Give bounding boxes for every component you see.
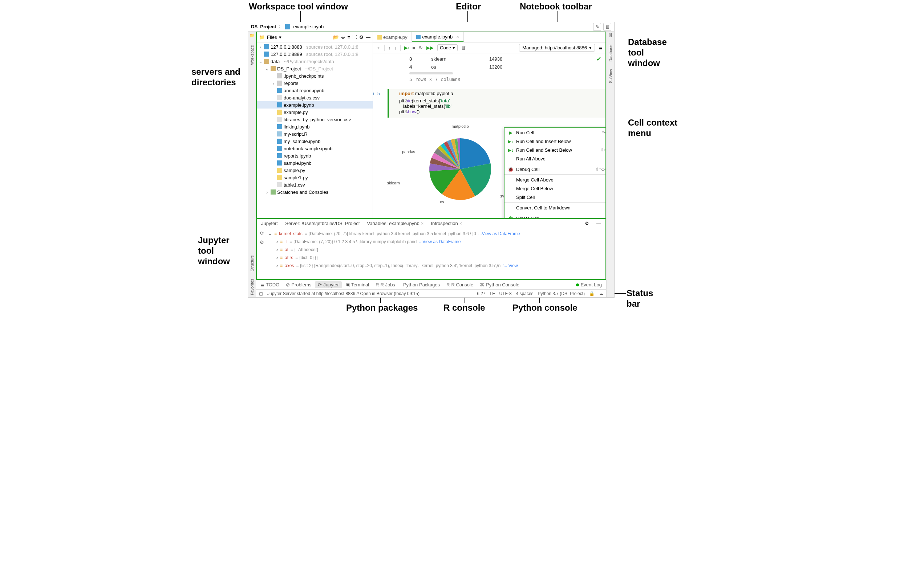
tree-node[interactable]: linking.ipynb <box>257 123 373 130</box>
edit-config-icon[interactable]: ✎ <box>593 23 601 31</box>
target-icon[interactable]: ⊕ <box>341 35 345 40</box>
context-menu-item[interactable]: 🗑Delete Cell <box>505 214 606 218</box>
caret-pos[interactable]: 6:27 <box>477 291 485 296</box>
chevron-right-icon: 〉 <box>278 24 283 30</box>
gear-icon[interactable]: ⚙ <box>585 221 589 226</box>
move-up-button[interactable]: ↑ <box>388 45 391 51</box>
editor-area: example.pyexample.ipynb× ＋ ↑ ↓ ▶I ■ ↻ ▶▶ <box>373 32 606 218</box>
context-menu-item[interactable]: 🐞Debug Cell⇧⌥↩ <box>505 165 606 173</box>
interpreter[interactable]: Python 3.7 (DS_Project) <box>538 291 585 296</box>
settings-icon[interactable]: ⚙ <box>260 240 264 245</box>
tree-node[interactable]: sample.ipynb <box>257 159 373 166</box>
breadcrumb-file[interactable]: example.ipynb <box>293 24 323 30</box>
add-cell-button[interactable]: ＋ <box>376 44 381 51</box>
add-server-icon[interactable]: 📂 <box>333 35 339 40</box>
tool-window-button[interactable]: ≣TODO <box>257 281 282 288</box>
tree-node[interactable]: .ipynb_checkpoints <box>257 72 373 79</box>
tool-window-button[interactable]: Event Log <box>573 281 605 288</box>
line-sep[interactable]: LF <box>490 291 495 296</box>
breadcrumb-root[interactable]: DS_Project <box>251 24 276 30</box>
trash-icon[interactable]: 🗑 <box>603 23 611 31</box>
folder-icon[interactable]: 📁 <box>249 33 255 38</box>
run-all-button[interactable]: ▶▶ <box>426 45 434 51</box>
editor-tab[interactable]: example.ipynb× <box>412 32 464 42</box>
hide-icon[interactable]: — <box>596 221 601 226</box>
hat-icon[interactable]: ☁ <box>599 291 603 296</box>
tree-node[interactable]: sample.py <box>257 166 373 174</box>
jupyter-vars-tab[interactable]: Variables: example.ipynb × <box>367 221 424 226</box>
restart-button[interactable]: ↻ <box>419 45 423 51</box>
context-menu-item[interactable]: ▶Run Cell^↩ <box>505 128 606 137</box>
jupyter-introspection[interactable]: Introspection × <box>431 221 462 226</box>
database-icon[interactable]: 🗄 <box>608 33 612 37</box>
code-cell[interactable]: In 5 1import matplotlib.pyplot a2plt.pie… <box>388 89 606 118</box>
bottom-tool-strip: ≣TODO⊘Problems⟳Jupyter▣TerminalRR JobsPy… <box>256 280 606 289</box>
context-menu-item[interactable]: Split Cell <box>505 193 606 201</box>
tool-window-button[interactable]: ⊘Problems <box>283 281 314 288</box>
tool-window-button[interactable]: Python Packages <box>399 281 443 288</box>
svg-text:pandas: pandas <box>402 150 416 154</box>
refresh-icon[interactable]: ⟳ <box>260 231 264 236</box>
expand-icon[interactable]: ≡ <box>347 35 350 40</box>
tree-node[interactable]: example.py <box>257 109 373 116</box>
jupyter-server[interactable]: Server: /Users/jetbrains/DS_Project <box>285 221 360 226</box>
structure-tool-button[interactable]: Structure <box>250 255 254 272</box>
tool-window-button[interactable]: ▣Terminal <box>343 281 372 288</box>
context-menu-item[interactable]: ▶₊Run Cell and Insert Below <box>505 137 606 145</box>
context-menu-item[interactable]: Merge Cell Below <box>505 184 606 193</box>
server-dropdown[interactable]: Managed: http://localhost:8886▾ <box>519 44 595 51</box>
tree-node[interactable]: table1.csv <box>257 181 373 188</box>
jupyter-label: Jupyter: <box>261 221 278 226</box>
tree-node[interactable]: notebook-sample.ipynb <box>257 145 373 152</box>
context-menu-item[interactable]: Convert Cell to Markdown <box>505 203 606 212</box>
gear-icon[interactable]: ⚙ <box>359 35 363 40</box>
tree-node[interactable]: 127.0.0.1:8889 sources root, 127.0.0.1:8 <box>257 51 373 58</box>
nb-body: ✔ 3sklearn149384os13200 5 rows × 7 colum… <box>373 53 606 218</box>
tree-node[interactable]: ›Scratches and Consoles <box>257 188 373 196</box>
tree-node[interactable]: reports.ipynb <box>257 152 373 159</box>
tree-node[interactable]: example.ipynb <box>257 101 373 109</box>
database-tool-button[interactable]: Database <box>608 44 613 62</box>
cell-type-dropdown[interactable]: Code▾ <box>437 44 458 51</box>
tree-node[interactable]: my-script.R <box>257 130 373 138</box>
tool-window-button[interactable]: ⌘Python Console <box>477 281 522 288</box>
workspace-tool-button[interactable]: Workspace <box>250 45 254 65</box>
workspace-tree[interactable]: ›127.0.0.1:8888 sources root, 127.0.0.1:… <box>257 43 373 218</box>
tool-window-button[interactable]: RR Console <box>444 281 476 288</box>
tool-window-button[interactable]: RR Jobs <box>373 281 398 288</box>
favorites-tool-button[interactable]: Favorites <box>250 279 254 295</box>
move-down-button[interactable]: ↓ <box>394 45 397 51</box>
hide-icon[interactable]: — <box>366 35 370 40</box>
stop-button[interactable]: ■ <box>412 45 415 51</box>
cell-context-menu: ▶Run Cell^↩▶₊Run Cell and Insert Below▶↓… <box>504 127 606 218</box>
tree-node[interactable]: annual-report.ipynb <box>257 87 373 94</box>
close-icon: × <box>421 221 424 226</box>
context-menu-item[interactable]: ▶↓Run Cell and Select Below⇧↩ <box>505 145 606 154</box>
tree-node[interactable]: ›reports <box>257 79 373 87</box>
chevron-down-icon[interactable]: ▾ <box>279 35 282 40</box>
sciview-tool-button[interactable]: SciView <box>608 69 613 83</box>
tool-window-button[interactable]: ⟳Jupyter <box>315 281 342 288</box>
tree-node[interactable]: libraries_by_python_version.csv <box>257 116 373 123</box>
tree-node[interactable]: sample1.py <box>257 174 373 181</box>
jupyter-side-buttons: ⟳ ⚙ <box>257 228 267 279</box>
scope-selector[interactable]: Files <box>267 35 277 40</box>
run-cell-button[interactable]: ▶I <box>404 45 409 51</box>
indent[interactable]: 4 spaces <box>516 291 533 296</box>
editor-tab[interactable]: example.py <box>373 32 412 42</box>
encoding[interactable]: UTF-8 <box>499 291 512 296</box>
tree-node[interactable]: ⌄DS_Project ~/DS_Project <box>257 65 373 72</box>
context-menu-item[interactable]: Merge Cell Above <box>505 175 606 184</box>
servers-icon[interactable]: ≣ <box>599 45 602 51</box>
lock-icon[interactable]: 🔒 <box>589 291 594 296</box>
tree-node[interactable]: doc-analytics.csv <box>257 94 373 101</box>
variables-list[interactable]: ⌄≡kernel_stats = {DataFrame: (20, 7)} li… <box>267 228 606 279</box>
delete-cell-button[interactable]: 🗑 <box>461 45 466 51</box>
tree-node[interactable]: ›127.0.0.1:8888 sources root, 127.0.0.1:… <box>257 43 373 51</box>
context-menu-item[interactable]: Run All Above <box>505 154 606 163</box>
tree-node[interactable]: ⌄data ~/PycharmProjects/data <box>257 58 373 65</box>
fullscreen-icon[interactable]: ⛶ <box>352 35 357 40</box>
tree-node[interactable]: my_sample.ipynb <box>257 138 373 145</box>
check-icon: ✔ <box>596 56 601 63</box>
right-tool-strip: 🗄 Database SciView <box>606 31 614 297</box>
